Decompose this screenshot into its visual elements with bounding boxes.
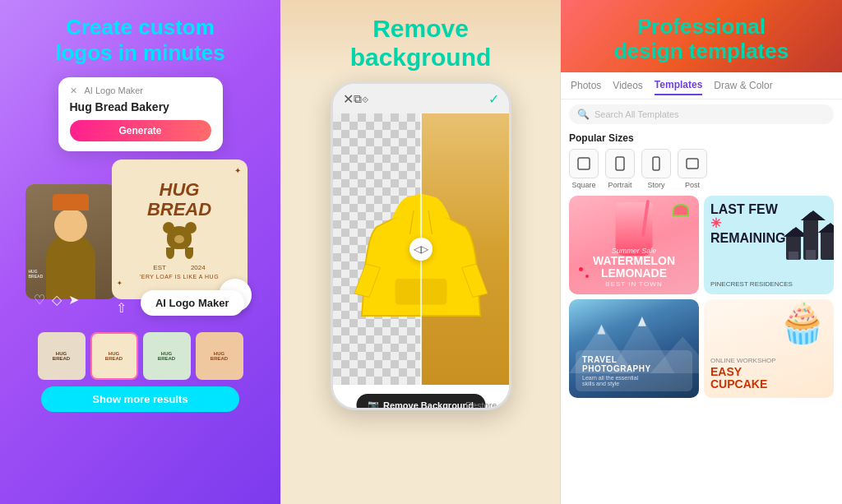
panel-logos: Create custom logos in minutes ✕ AI Logo… [0, 0, 280, 504]
template-travel[interactable]: TRAVEL PHOTOGRAPHY Learn all the essenti… [569, 299, 699, 398]
phone-layers-icon[interactable]: ⟐ [362, 92, 368, 105]
phone-edit-icon[interactable]: ⧉ [354, 92, 362, 106]
search-icon: 🔍 [577, 109, 590, 120]
size-story[interactable]: Story [641, 149, 671, 189]
thumbnail-3[interactable]: HUGBREAD [143, 332, 191, 380]
size-post-label: Post [685, 181, 700, 189]
ai-logo-button[interactable]: AI Logo Maker [141, 290, 244, 316]
show-more-button[interactable]: Show more results [41, 386, 239, 412]
template-watermelon[interactable]: Summer Sale WATERMELONLEMONADE BEST IN T… [569, 196, 699, 294]
templates-panel: Photos Videos Templates Draw & Color 🔍 S… [561, 72, 842, 504]
thumbnail-1[interactable]: HUGBREAD [38, 332, 86, 380]
tab-draw-color[interactable]: Draw & Color [714, 80, 772, 95]
tab-photos[interactable]: Photos [571, 80, 601, 95]
size-post-icon [678, 149, 707, 178]
phone-check-icon[interactable]: ✓ [488, 91, 499, 107]
logo-maker-card: ✕ AI Logo Maker Hug Bread Bakery Generat… [58, 77, 223, 151]
size-square[interactable]: Square [569, 149, 599, 189]
panel3-headline: Professional design templates [561, 0, 842, 72]
bakery-title: HUGBREAD [147, 180, 211, 220]
panel3-title: Professional design templates [574, 15, 829, 64]
popular-sizes-title: Popular Sizes [561, 129, 842, 149]
svg-marker-11 [638, 317, 646, 326]
bg-divider-line: ◁▷ [420, 113, 422, 385]
size-story-icon [641, 149, 671, 178]
panel2-title: Remove background [298, 15, 544, 72]
panel-templates: Professional design templates Photos Vid… [561, 0, 842, 504]
pinecrest-label: PINECREST RESIDENCES [710, 280, 827, 288]
thumbnail-4[interactable]: HUGBREAD [196, 332, 243, 380]
thumbnail-row: HUGBREAD HUGBREAD HUGBREAD HUGBREAD [16, 332, 264, 380]
person-photo-card: HUGBREAD [25, 184, 116, 299]
bakery-est: EST2024 [153, 264, 205, 271]
template-last-few[interactable]: LAST FEW✳ REMAINING [704, 196, 834, 294]
generate-button[interactable]: Generate [70, 120, 211, 141]
last-few-title: LAST FEW✳ REMAINING [710, 202, 786, 246]
panel1-title: Create custom logos in minutes [55, 15, 225, 66]
chat-icon[interactable]: ◇ [52, 292, 62, 307]
size-square-icon [569, 149, 599, 178]
search-placeholder: Search All Templates [594, 109, 679, 119]
watermelon-text: Summer Sale WATERMELONLEMONADE BEST IN T… [593, 247, 675, 288]
size-post[interactable]: Post [678, 149, 707, 189]
template-cupcake[interactable]: 🧁 ONLINE WORKSHOP EASYCUPCAKE [704, 299, 834, 398]
svg-rect-5 [653, 157, 659, 170]
bookmark-icon[interactable]: ⇧ [116, 301, 127, 315]
social-icons-row: ♡ ◇ ➤ [34, 292, 79, 307]
heart-icon[interactable]: ♡ [34, 292, 45, 307]
size-portrait[interactable]: Portrait [605, 149, 635, 189]
divider-circle-button[interactable]: ◁▷ [409, 238, 433, 261]
restore-button[interactable]: Restore [465, 400, 497, 410]
camera-icon: 📷 [368, 400, 379, 410]
app-name-label: AI Logo Maker [85, 86, 144, 95]
online-workshop-label: ONLINE WORKSHOP [710, 357, 827, 364]
logo-preview-area: HUGBREAD HUGBREAD EST2024 'ERY LOAF IS L… [25, 160, 256, 324]
size-square-label: Square [571, 181, 595, 189]
logo-input-value[interactable]: Hug Bread Bakery [70, 100, 211, 113]
svg-rect-3 [578, 158, 590, 169]
size-portrait-label: Portrait [608, 181, 632, 189]
bg-remove-visual: ◁▷ [333, 113, 509, 385]
size-portrait-icon [605, 149, 635, 178]
bakery-tagline: 'ERY LOAF IS LIKE A HUG [140, 274, 219, 280]
phone-mockup: ✕ ⧉ ⟐ ✓ [331, 81, 511, 410]
thumbnail-2[interactable]: HUGBREAD [90, 332, 138, 380]
phone-close-icon[interactable]: ✕ [343, 91, 354, 107]
panel-remove-bg: Remove background ✕ ⧉ ⟐ ✓ [280, 0, 561, 504]
panel1-headline: Create custom logos in minutes [55, 15, 225, 66]
size-story-label: Story [647, 181, 664, 189]
phone-top-bar: ✕ ⧉ ⟐ ✓ [333, 84, 509, 113]
tab-videos[interactable]: Videos [613, 80, 642, 95]
close-icon[interactable]: ✕ [70, 86, 80, 95]
share-icon[interactable]: ➤ [68, 292, 79, 307]
panel2-headline: Remove background [281, 0, 560, 81]
tab-templates[interactable]: Templates [655, 79, 702, 95]
nav-tabs: Photos Videos Templates Draw & Color [561, 72, 842, 99]
search-bar[interactable]: 🔍 Search All Templates [569, 104, 834, 124]
templates-grid: Summer Sale WATERMELONLEMONADE BEST IN T… [561, 196, 842, 398]
bakery-logo-card: HUGBREAD EST2024 'ERY LOAF IS LIKE A HUG… [112, 160, 248, 299]
easy-cupcake-title: EASYCUPCAKE [710, 366, 827, 391]
svg-rect-6 [687, 159, 698, 169]
sizes-row: Square Portrait Story Post [561, 149, 842, 196]
svg-rect-4 [616, 157, 624, 170]
